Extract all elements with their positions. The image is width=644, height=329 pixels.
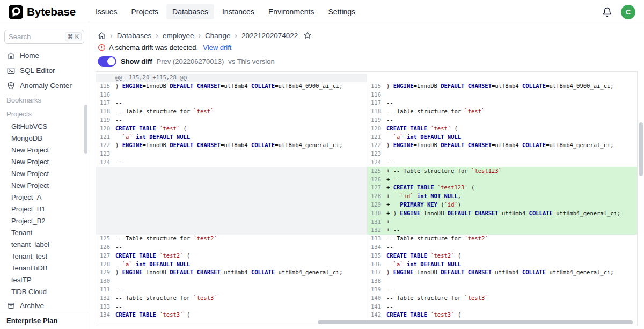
code-line: ) ENGINE=InnoDB DEFAULT CHARSET=utf8mb4 … [115,141,343,150]
sidebar-project-item[interactable]: New Project [0,168,89,180]
line-number: 124 [367,158,386,167]
bytebase-logo[interactable]: Bytebase [9,5,76,19]
sidebar-project-item[interactable]: New Project [0,144,89,156]
breadcrumb-item[interactable]: Databases [117,32,152,40]
line-number: 128 [367,192,386,201]
code-line: -- [115,158,122,167]
line-number: 123 [367,150,386,158]
archive-icon [7,302,15,310]
diff-right-cell: 141-- [367,303,637,311]
code-line: -- [386,99,393,107]
diff-right-cell: 121 `a` int DEFAULT NULL [367,133,637,142]
nav-item-instances[interactable]: Instances [216,4,260,19]
line-number: 116 [96,91,115,99]
sidebar-project-item[interactable]: tenant_label [0,239,89,251]
code-line: CREATE TABLE `test2` ( [115,252,190,260]
code-line: -- Table structure for `test3` [115,294,217,303]
sidebar-project-item[interactable]: Tenant_test [0,251,89,262]
diff-row: 128 `a` int DEFAULT NULL136 `a` int DEFA… [96,260,637,269]
diff-left-cell: 128 `a` int DEFAULT NULL [96,260,367,269]
diff-right-cell: 120CREATE TABLE `test` ( [367,125,637,133]
diff-row: 132-- Table structure for `test3`140-- T… [96,294,637,303]
diff-row: 124--124-- [96,158,637,167]
line-number: 124 [96,158,115,167]
show-diff-toggle[interactable] [98,56,116,67]
line-number: 126 [96,243,115,252]
sidebar-item-anomaly-center[interactable]: Anomaly Center [0,78,89,93]
sidebar-project-item[interactable]: Project_A [0,192,89,203]
line-number: 115 [367,82,386,91]
sidebar-project-item[interactable]: Project_B1 [0,203,89,215]
diff-left-cell: 123 [96,150,367,158]
diff-left-cell: 118-- Table structure for `test` [96,107,367,116]
line-number: 125 [367,167,386,176]
compare-prev-version[interactable]: Prev (202206270013) [157,57,224,65]
bytebase-logo-icon [9,5,23,19]
nav-item-settings[interactable]: Settings [323,4,362,19]
code-line: CREATE TABLE `test` ( [386,125,458,133]
line-number: 115 [96,82,115,91]
sidebar-item-archive[interactable]: Archive [0,298,89,313]
diff-row: 128+ `id` int NOT NULL, [96,192,637,201]
line-number [367,74,386,82]
sidebar-project-item[interactable]: New Project [0,180,89,192]
code-line: -- Table structure for `test2` [115,235,217,243]
sql-editor-icon [7,67,15,75]
line-number: 141 [367,303,386,311]
plan-label: Enterprise Plan [0,313,89,329]
topnav-right: C [602,5,635,19]
diff-row: 130138 [96,277,637,286]
code-line: + -- Table structure for `test123` [386,167,502,176]
sidebar-project-item[interactable]: GitHubVCS [0,121,89,133]
breadcrumb-item[interactable]: employee [163,32,194,40]
diff-row: 127+ CREATE TABLE `test123` ( [96,184,637,192]
code-line: + `id` int NOT NULL, [386,192,461,201]
sidebar-project-item[interactable]: New Project [0,156,89,168]
sidebar-item-home[interactable]: Home [0,48,89,63]
diff-right-cell: 127+ CREATE TABLE `test123` ( [367,184,637,192]
user-avatar[interactable]: C [621,5,635,19]
diff-right-cell: 138 [367,277,637,286]
breadcrumb-item[interactable]: 20221202074022 [241,32,298,40]
sidebar-project-item[interactable]: testTP [0,274,89,286]
search-input[interactable] [9,33,63,41]
sidebar-project-item[interactable]: Tenant [0,227,89,239]
line-number: 119 [96,116,115,125]
sidebar-section-bookmarks[interactable]: Bookmarks [0,93,89,107]
sidebar-item-label: Home [20,52,39,60]
sidebar-project-item[interactable]: Project_B2 [0,215,89,227]
sidebar-item-sql-editor[interactable]: SQL Editor [0,63,89,78]
bookmark-star-icon[interactable] [303,31,312,40]
home-icon[interactable] [98,32,106,40]
main-vertical-scrollbar[interactable] [639,122,643,176]
line-number [96,192,115,201]
diff-right-cell: 137) ENGINE=InnoDB DEFAULT CHARSET=utf8m… [367,268,637,277]
nav-item-issues[interactable]: Issues [90,4,123,19]
diff-right-cell: 122) ENGINE=InnoDB DEFAULT CHARSET=utf8m… [367,141,637,150]
notifications-bell-icon[interactable] [602,7,612,17]
sidebar-project-item[interactable]: MongoDB [0,133,89,144]
hunk-header: @@ -115,20 +115,28 @@ [115,74,187,82]
line-number: 140 [367,294,386,303]
breadcrumb-item[interactable]: Change [205,32,230,40]
sidebar-project-item[interactable]: TiDB Cloud [0,286,89,298]
view-drift-link[interactable]: View drift [203,43,231,52]
diff-editor[interactable]: @@ -115,20 +115,28 @@115) ENGINE=InnoDB … [96,71,638,326]
diff-horizontal-scrollbar[interactable] [318,320,633,324]
search-box[interactable]: ⌘ K [4,30,84,44]
code-line: -- Table structure for `test3` [386,294,488,303]
sidebar-project-item[interactable]: TenantTiDB [0,262,89,274]
line-number [96,226,115,235]
diff-right-cell: 117-- [367,99,637,107]
line-number [96,176,115,184]
diff-left-cell: @@ -115,20 +115,28 @@ [96,74,367,82]
nav-item-environments[interactable]: Environments [262,4,320,19]
line-number: 129 [96,268,115,277]
sidebar-scrollbar[interactable] [84,105,87,154]
diff-row: 127CREATE TABLE `test2` (135CREATE TABLE… [96,252,637,260]
main-content: ›Databases›employee›Change›2022120207402… [89,24,644,329]
nav-item-databases[interactable]: Databases [166,4,214,19]
search-shortcut-badge: ⌘ K [65,32,82,41]
nav-item-projects[interactable]: Projects [125,4,164,19]
page-layout: ⌘ K HomeSQL EditorAnomaly Center Bookmar… [0,24,644,329]
